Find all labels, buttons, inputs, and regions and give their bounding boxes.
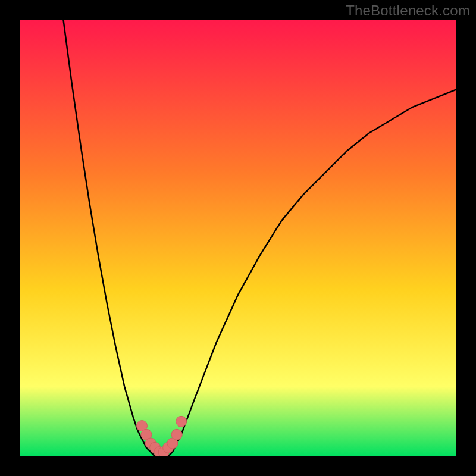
outer-frame: TheBottleneck.com <box>0 0 476 476</box>
plot-area <box>20 20 456 456</box>
valley-dot <box>171 429 182 440</box>
gradient-bg <box>20 20 456 456</box>
valley-dot <box>176 416 187 427</box>
watermark: TheBottleneck.com <box>346 2 470 19</box>
chart-svg <box>20 20 456 456</box>
